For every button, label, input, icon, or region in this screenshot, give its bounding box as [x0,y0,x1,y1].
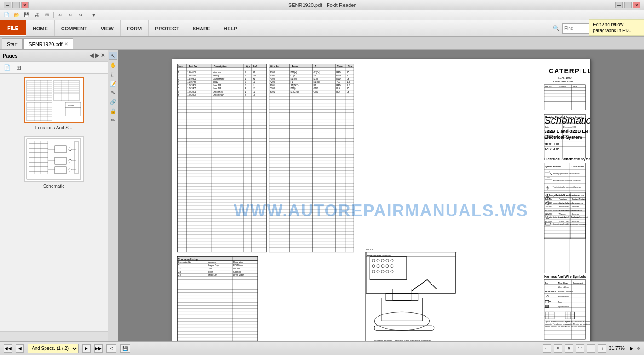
page-thumb-2[interactable]: Schematic [24,136,84,189]
svg-text:Front View Body Connector: Front View Body Connector [367,254,391,256]
svg-text:4ms max: 4ms max [571,205,579,208]
tool-cursor[interactable]: ↖ [109,52,117,60]
svg-text:Part No.: Part No. [545,198,552,200]
main-layout: Pages ◀ ▶ ✕ 📄 ⊞ [0,50,644,341]
svg-text:C4: C4 [178,274,181,276]
svg-text:English: English [563,134,569,137]
open-button[interactable]: 📂 [12,11,21,19]
zoom-out-button[interactable]: − [587,344,595,353]
restore-button[interactable]: □ [12,2,20,8]
svg-point-349 [377,265,380,268]
print-status-button[interactable]: 🖨 [106,344,116,353]
customize-button[interactable]: ▼ [89,11,98,19]
tool-hand[interactable]: ✋ [109,61,117,69]
tab-home[interactable]: HOME [26,20,55,36]
svg-text:Battery: Battery [213,75,219,77]
svg-text:F1: F1 [290,81,293,83]
tab-document[interactable]: SENR1920.pdf ✕ [23,38,73,49]
svg-text:Splice Junction: Splice Junction [558,306,569,308]
nav-prev-button[interactable]: ◀ [16,344,24,353]
svg-text:M1: M1 [252,78,255,80]
tool-draw[interactable]: ✎ [109,88,117,97]
tab-form[interactable]: FORM [121,20,149,36]
svg-text:F1: F1 [313,84,316,87]
svg-text:ECM Main: ECM Main [233,264,242,267]
new-button[interactable]: 📄 [2,11,11,19]
email-button[interactable]: ✉ [42,11,52,19]
svg-rect-437 [545,300,548,303]
svg-point-343 [372,259,375,262]
tool-select[interactable]: ⬚ [109,70,117,78]
zoom-options-button[interactable]: ▶ [630,346,634,351]
svg-text:Solenoid: Solenoid [233,271,241,273]
svg-text:7: 7 [178,91,179,93]
svg-text:F2: F2 [252,87,255,90]
redo-button[interactable]: ↪ [76,11,85,19]
min-btn[interactable]: — [615,2,623,8]
tab-protect[interactable]: PROTECT [149,20,186,36]
svg-point-350 [381,265,384,268]
minimize-button[interactable]: ─ [4,2,11,8]
tab-view[interactable]: VIEW [94,20,121,36]
svg-point-346 [385,259,388,262]
tab-comment[interactable]: COMMENT [55,20,94,36]
x-btn[interactable]: ✕ [633,2,640,8]
svg-text:Engine Stop: Engine Stop [558,209,569,211]
svg-text:Part No.: Part No. [545,85,552,87]
sidebar-close[interactable]: ✕ [101,52,105,58]
view-fullscreen-button[interactable]: ⛶ [576,344,584,353]
tool-annotate[interactable]: 📝 [109,79,117,87]
view-continuous-button[interactable]: ≡ [554,344,562,353]
svg-text:Alternator: Alternator [213,71,222,74]
sidebar-controls: ◀ ▶ ✕ [90,52,105,58]
nav-first-button[interactable]: ◀◀ [4,344,12,353]
svg-rect-413 [544,280,585,340]
svg-text:126-3457: 126-3457 [187,87,196,90]
tool-link[interactable]: 🔗 [109,98,117,106]
tab-file[interactable]: FILE [0,20,26,36]
svg-text:G1(B+): G1(B+) [290,75,297,77]
view-facing-button[interactable]: ⊞ [565,344,573,353]
sidebar-nav-right[interactable]: ▶ [95,52,99,58]
tool-stamp[interactable]: 🔒 [109,107,117,115]
svg-text:BT1(+): BT1(+) [290,71,297,74]
svg-text:2W1235: 2W1235 [545,205,552,208]
svg-text:2W1237: 2W1237 [545,213,552,215]
svg-text:RED: RED [336,75,341,77]
svg-line-383 [548,171,551,175]
svg-rect-359 [381,298,423,321]
options-icon[interactable]: ⚙ [637,346,640,351]
svg-text:Function: Function [558,85,565,87]
page-thumb-1[interactable]: Schematic Locations And S... [24,77,84,130]
close-button[interactable]: ✕ [21,2,29,8]
svg-text:Contact Resistor: Contact Resistor [571,198,586,200]
undo2-button[interactable]: ↩ [66,11,75,19]
max-btn[interactable]: □ [624,2,632,8]
document-area[interactable]: WWW.AUTOREPAIRMANUALS.WS CATERPILLAR SEN… [118,50,644,341]
nav-last-button[interactable]: ▶▶ [94,344,103,353]
zoom-in-button[interactable]: + [598,344,606,353]
svg-text:Function: Function [558,198,566,200]
undo-button[interactable]: ↩ [56,11,65,19]
tab-share[interactable]: SHARE [186,20,218,36]
svg-text:3: 3 [244,87,246,90]
svg-text:4: 4 [178,81,179,83]
tab-close-button[interactable]: ✕ [64,41,68,47]
save-button[interactable]: 💾 [22,11,31,19]
search-icon[interactable]: 🔍 [553,25,559,31]
sidebar-tool-1[interactable]: 📄 [2,63,12,72]
page-selector[interactable]: And Specs. (1 / 2) [28,344,79,353]
svg-text:Machine Electrical Service Man: Machine Electrical Service Manual [545,116,582,119]
sidebar-nav-left[interactable]: ◀ [90,52,93,58]
svg-text:Fuse: Fuse [558,301,562,303]
print-button[interactable]: 🖨 [32,11,41,19]
svg-text:Harness And Wire Symbols: Harness And Wire Symbols [544,275,586,279]
tab-start[interactable]: Start [2,38,23,49]
sidebar-tool-2[interactable]: ⊞ [14,63,24,72]
view-single-button[interactable]: ▭ [543,344,551,353]
svg-rect-440 [545,305,548,307]
nav-next-button[interactable]: ▶ [82,344,91,353]
save-status-button[interactable]: 💾 [120,344,130,353]
tool-highlight[interactable]: ✏ [109,116,117,124]
tab-help[interactable]: HELP [217,20,244,36]
